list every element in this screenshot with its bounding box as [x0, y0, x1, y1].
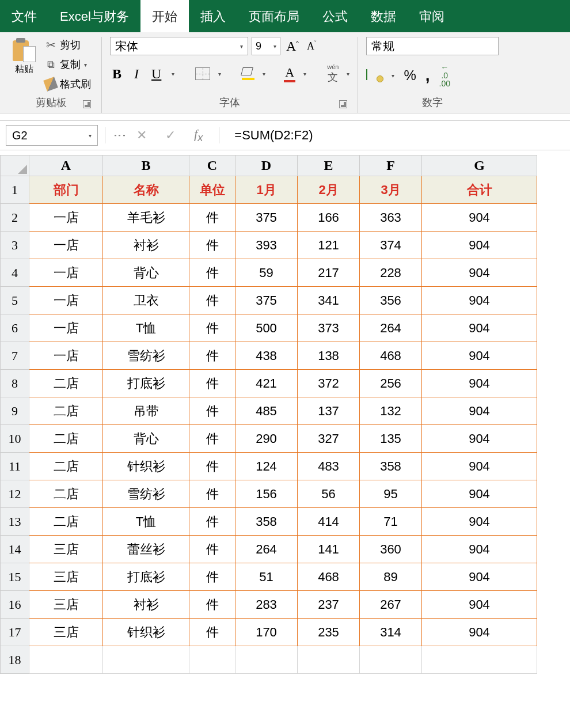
data-cell[interactable]: 件 — [189, 563, 235, 591]
empty-cell[interactable] — [360, 646, 422, 674]
cut-button[interactable]: ✂ 剪切 — [43, 37, 93, 53]
data-cell[interactable]: 267 — [360, 591, 422, 619]
select-all-corner[interactable] — [1, 156, 29, 176]
spreadsheet-grid[interactable]: ABCDEFG1部门名称单位1月2月3月合计2一店羊毛衫件37516636390… — [0, 155, 570, 674]
data-cell[interactable]: 314 — [360, 619, 422, 646]
percent-button[interactable]: % — [404, 67, 416, 84]
data-cell[interactable]: 吊带 — [103, 397, 189, 425]
data-cell[interactable]: 背心 — [103, 425, 189, 453]
data-cell[interactable]: 衬衫 — [103, 232, 189, 259]
accounting-format-button[interactable] — [366, 70, 382, 81]
formula-input[interactable]: =SUM(D2:F2) — [226, 128, 570, 143]
increase-font-button[interactable]: A^ — [284, 39, 301, 54]
data-cell[interactable]: 483 — [298, 453, 360, 480]
name-box[interactable]: G2 ▾ — [6, 125, 98, 146]
empty-cell[interactable] — [235, 646, 298, 674]
number-format-select[interactable]: 常规 — [366, 37, 499, 55]
data-cell[interactable]: 166 — [298, 204, 360, 232]
data-cell[interactable]: 341 — [298, 287, 360, 314]
data-cell[interactable]: 374 — [360, 232, 422, 259]
data-cell[interactable]: 141 — [298, 536, 360, 563]
font-name-select[interactable]: 宋体 ▾ — [110, 37, 248, 55]
data-cell[interactable]: 件 — [189, 342, 235, 370]
data-cell[interactable]: 件 — [189, 314, 235, 342]
data-cell[interactable]: 485 — [235, 397, 298, 425]
row-header-9[interactable]: 9 — [1, 397, 29, 425]
data-cell[interactable]: 件 — [189, 536, 235, 563]
data-cell[interactable]: 372 — [298, 370, 360, 397]
data-cell[interactable]: 95 — [360, 480, 422, 508]
data-cell[interactable]: 59 — [235, 259, 298, 287]
data-cell[interactable]: 132 — [360, 397, 422, 425]
tab-review[interactable]: 审阅 — [408, 0, 456, 32]
data-cell[interactable]: 170 — [235, 619, 298, 646]
copy-button[interactable]: ⧉ 复制 ▾ — [43, 56, 93, 73]
data-cell[interactable]: 904 — [422, 591, 537, 619]
empty-cell[interactable] — [298, 646, 360, 674]
row-header-2[interactable]: 2 — [1, 204, 29, 232]
row-header-18[interactable]: 18 — [1, 646, 29, 674]
data-cell[interactable]: 二店 — [29, 508, 103, 536]
data-cell[interactable]: 904 — [422, 370, 537, 397]
row-header-4[interactable]: 4 — [1, 259, 29, 287]
row-header-8[interactable]: 8 — [1, 370, 29, 397]
header-cell[interactable]: 1月 — [235, 176, 298, 204]
data-cell[interactable]: 358 — [235, 508, 298, 536]
data-cell[interactable]: 904 — [422, 259, 537, 287]
data-cell[interactable]: 雪纺衫 — [103, 342, 189, 370]
fx-button[interactable]: fx — [185, 127, 212, 144]
row-header-17[interactable]: 17 — [1, 619, 29, 646]
header-cell[interactable]: 2月 — [298, 176, 360, 204]
data-cell[interactable]: 904 — [422, 287, 537, 314]
data-cell[interactable]: 71 — [360, 508, 422, 536]
header-cell[interactable]: 3月 — [360, 176, 422, 204]
data-cell[interactable]: 904 — [422, 480, 537, 508]
data-cell[interactable]: 414 — [298, 508, 360, 536]
data-cell[interactable]: 904 — [422, 342, 537, 370]
row-header-3[interactable]: 3 — [1, 232, 29, 259]
tab-file[interactable]: 文件 — [0, 0, 48, 32]
data-cell[interactable]: T恤 — [103, 314, 189, 342]
empty-cell[interactable] — [29, 646, 103, 674]
row-header-7[interactable]: 7 — [1, 342, 29, 370]
data-cell[interactable]: 904 — [422, 563, 537, 591]
data-cell[interactable]: 一店 — [29, 287, 103, 314]
data-cell[interactable]: 蕾丝衫 — [103, 536, 189, 563]
data-cell[interactable]: 件 — [189, 397, 235, 425]
data-cell[interactable]: 件 — [189, 508, 235, 536]
data-cell[interactable]: 一店 — [29, 342, 103, 370]
data-cell[interactable]: 256 — [360, 370, 422, 397]
data-cell[interactable]: 雪纺衫 — [103, 480, 189, 508]
data-cell[interactable]: 904 — [422, 232, 537, 259]
font-dialog-launcher[interactable] — [339, 100, 347, 108]
row-header-5[interactable]: 5 — [1, 287, 29, 314]
chevron-down-icon[interactable]: ▾ — [347, 71, 349, 77]
data-cell[interactable]: 一店 — [29, 259, 103, 287]
data-cell[interactable]: 一店 — [29, 314, 103, 342]
data-cell[interactable]: 二店 — [29, 425, 103, 453]
column-header-C[interactable]: C — [189, 156, 235, 176]
data-cell[interactable]: 283 — [235, 591, 298, 619]
cancel-formula-button[interactable]: ✕ — [127, 128, 156, 143]
data-cell[interactable]: 228 — [360, 259, 422, 287]
column-header-E[interactable]: E — [298, 156, 360, 176]
header-cell[interactable]: 名称 — [103, 176, 189, 204]
empty-cell[interactable] — [189, 646, 235, 674]
data-cell[interactable]: 针织衫 — [103, 453, 189, 480]
data-cell[interactable]: 468 — [360, 342, 422, 370]
row-header-12[interactable]: 12 — [1, 480, 29, 508]
column-header-F[interactable]: F — [360, 156, 422, 176]
data-cell[interactable]: 89 — [360, 563, 422, 591]
data-cell[interactable]: 904 — [422, 536, 537, 563]
data-cell[interactable]: 156 — [235, 480, 298, 508]
data-cell[interactable]: 羊毛衫 — [103, 204, 189, 232]
empty-cell[interactable] — [103, 646, 189, 674]
data-cell[interactable]: 217 — [298, 259, 360, 287]
data-cell[interactable]: 56 — [298, 480, 360, 508]
comma-style-button[interactable]: , — [425, 66, 430, 85]
data-cell[interactable]: 背心 — [103, 259, 189, 287]
data-cell[interactable]: 件 — [189, 259, 235, 287]
data-cell[interactable]: 135 — [360, 425, 422, 453]
row-header-10[interactable]: 10 — [1, 425, 29, 453]
tab-insert[interactable]: 插入 — [189, 0, 237, 32]
